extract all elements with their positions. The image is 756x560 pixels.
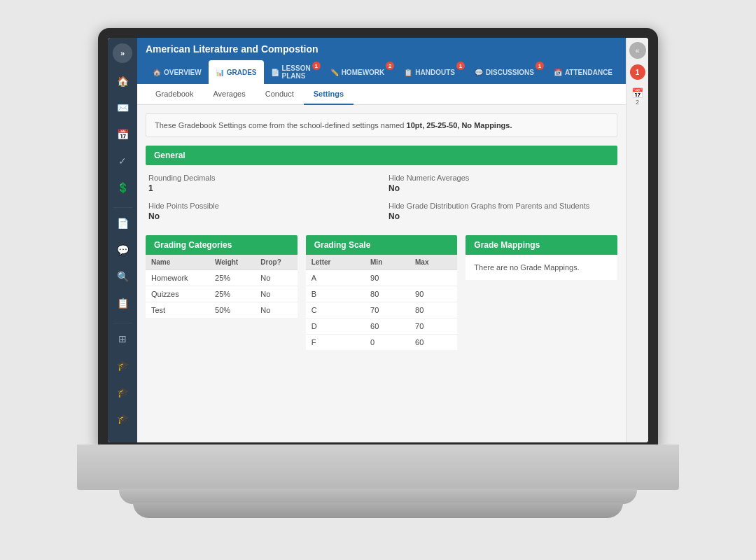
hide-grade-dist-value: No <box>388 211 615 221</box>
scale-min: 90 <box>365 270 410 286</box>
notification-badge[interactable]: 1 <box>630 64 645 80</box>
hide-grade-dist-field: Hide Grade Distribution Graphs from Pare… <box>388 202 615 221</box>
tab-homework[interactable]: ✏️ HOMEWORK 2 <box>323 60 398 84</box>
hide-grade-dist-label: Hide Grade Distribution Graphs from Pare… <box>388 202 615 210</box>
scale-letter: B <box>306 286 365 302</box>
sidebar-grad1-icon[interactable]: 🎓 <box>111 354 134 377</box>
sidebar-dollar-icon[interactable]: 💲 <box>111 176 134 199</box>
sidebar-chat-icon[interactable]: 💬 <box>111 239 134 261</box>
scale-min: 0 <box>365 335 410 351</box>
discussions-badge: 1 <box>536 62 544 70</box>
sub-tab-averages[interactable]: Averages <box>203 84 255 105</box>
general-section: General Rounding Decimals 1 Hide Numeric… <box>146 146 617 221</box>
col-letter: Letter <box>306 255 365 270</box>
sidebar-calendar-icon[interactable]: 📅 <box>111 123 134 146</box>
expand-sidebar-button[interactable]: » <box>113 43 132 63</box>
content-area: Gradebook Averages Conduct Settings Thes… <box>137 84 626 442</box>
overview-icon: 🏠 <box>153 69 161 76</box>
scale-min: 60 <box>365 318 410 335</box>
right-sidebar: « 1 📅 2 <box>626 38 648 442</box>
col-weight: Weight <box>209 255 255 270</box>
homework-icon: ✏️ <box>330 69 339 76</box>
hide-numeric-field: Hide Numeric Averages No <box>388 174 615 193</box>
grading-categories-section: Grading Categories Name Weight Drop? <box>146 235 298 350</box>
cat-weight: 50% <box>209 302 255 318</box>
table-row: D 60 70 <box>306 318 458 335</box>
sidebar-clipboard-icon[interactable]: 📋 <box>111 292 134 314</box>
bottom-grids: Grading Categories Name Weight Drop? <box>146 235 617 350</box>
sidebar-grid-icon[interactable]: ⊞ <box>111 328 134 350</box>
sidebar-mail-icon[interactable]: ✉️ <box>111 97 134 119</box>
homework-badge: 2 <box>386 62 394 70</box>
cat-weight: 25% <box>209 286 255 302</box>
hide-points-field: Hide Points Possible No <box>148 202 374 221</box>
page-title: American Literature and Compostion <box>146 43 617 55</box>
sidebar-grad2-icon[interactable]: 🎓 <box>111 381 134 403</box>
hide-points-value: No <box>148 211 374 221</box>
sub-tab-settings[interactable]: Settings <box>304 84 354 105</box>
scale-letter: F <box>306 335 365 351</box>
cat-weight: 25% <box>209 270 255 286</box>
collapse-right-button[interactable]: « <box>629 42 646 59</box>
main-content: American Literature and Compostion 🏠 OVE… <box>137 38 626 442</box>
table-row: Quizzes 25% No <box>146 286 298 302</box>
grade-mappings-section: Grade Mappings There are no Grade Mappin… <box>465 235 617 350</box>
page-header: American Literature and Compostion 🏠 OVE… <box>137 38 626 84</box>
grading-scale-header: Grading Scale <box>306 235 458 255</box>
handouts-icon: 📋 <box>404 69 412 76</box>
rounding-decimals-field: Rounding Decimals 1 <box>148 174 374 193</box>
col-drop: Drop? <box>255 255 297 270</box>
sub-tabs: Gradebook Averages Conduct Settings <box>137 84 626 105</box>
grading-scale-section: Grading Scale Letter Min Max <box>306 235 458 350</box>
sub-tab-gradebook[interactable]: Gradebook <box>146 84 203 105</box>
tab-attendance[interactable]: 📅 ATTENDANCE <box>547 60 620 84</box>
settings-description: These Gradebook Settings come from the s… <box>146 113 617 137</box>
lesson-plans-badge: 1 <box>312 62 321 70</box>
scale-letter: C <box>306 302 365 318</box>
table-row: B 80 90 <box>306 286 458 302</box>
grades-icon: 📊 <box>216 69 224 76</box>
col-name: Name <box>146 255 209 270</box>
cat-drop: No <box>255 302 297 318</box>
tab-grades[interactable]: 📊 GRADES <box>209 60 264 84</box>
scale-max: 60 <box>410 335 457 351</box>
general-section-header: General <box>146 146 617 165</box>
sidebar-check-icon[interactable]: ✓ <box>111 150 134 172</box>
table-row: F 0 60 <box>306 335 458 351</box>
left-sidebar: » 🏠 ✉️ 📅 ✓ 💲 📄 💬 🔍 📋 ⊞ 🎓 🎓 🎓 <box>108 38 137 442</box>
table-row: A 90 <box>306 270 458 286</box>
hide-numeric-value: No <box>388 183 615 193</box>
sidebar-divider <box>113 207 132 208</box>
col-max: Max <box>410 255 457 270</box>
table-row: Test 50% No <box>146 302 298 318</box>
grading-scale-table: Letter Min Max A 90 B 80 90 C 70 80 <box>306 255 458 350</box>
tab-overview[interactable]: 🏠 OVERVIEW <box>146 60 209 84</box>
cat-name: Quizzes <box>146 286 209 302</box>
sidebar-grad3-icon[interactable]: 🎓 <box>111 407 134 430</box>
cat-name: Homework <box>146 270 209 286</box>
col-min: Min <box>365 255 410 270</box>
scale-max: 70 <box>410 318 457 335</box>
rounding-decimals-label: Rounding Decimals <box>148 174 374 182</box>
tab-discussions[interactable]: 💬 DISCUSSIONS 1 <box>468 60 547 84</box>
calendar-badge[interactable]: 📅 2 <box>629 88 646 105</box>
lesson-plans-icon: 📄 <box>271 69 279 76</box>
table-row: C 70 80 <box>306 302 458 318</box>
grading-categories-header: Grading Categories <box>146 235 298 255</box>
discussions-icon: 💬 <box>475 69 483 76</box>
sub-tab-conduct[interactable]: Conduct <box>255 84 304 105</box>
cat-drop: No <box>255 270 297 286</box>
scale-max <box>410 270 457 286</box>
tab-lesson-plans[interactable]: 📄 LESSON PLANS 1 <box>264 60 323 84</box>
tab-handouts[interactable]: 📋 HANDOUTS 1 <box>397 60 468 84</box>
scale-letter: A <box>306 270 365 286</box>
settings-name: 10pt, 25-25-50, No Mappings. <box>407 121 512 130</box>
scale-max: 90 <box>410 286 457 302</box>
sidebar-search-icon[interactable]: 🔍 <box>111 265 134 288</box>
grade-mappings-header: Grade Mappings <box>465 235 617 255</box>
scale-max: 80 <box>410 302 457 318</box>
scale-min: 70 <box>365 302 410 318</box>
sidebar-home-icon[interactable]: 🏠 <box>111 70 134 92</box>
sidebar-document-icon[interactable]: 📄 <box>111 212 134 234</box>
handouts-badge: 1 <box>456 62 465 70</box>
